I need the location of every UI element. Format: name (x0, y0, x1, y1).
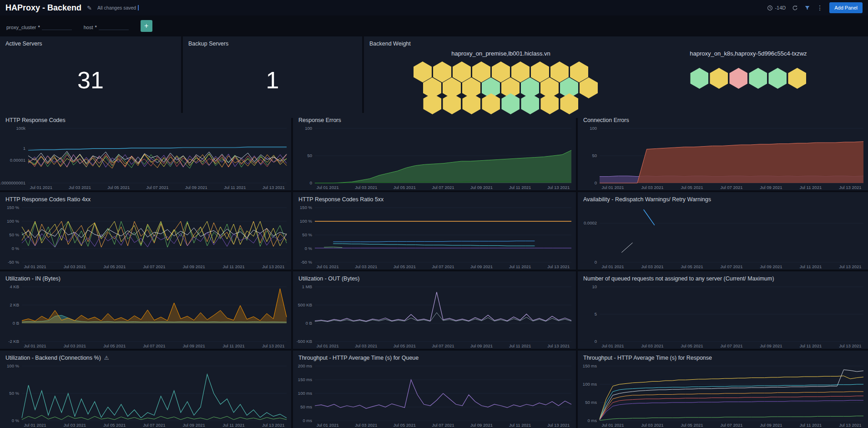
svg-text:Jul 03 2021: Jul 03 2021 (641, 185, 663, 190)
svg-text:Jul 13 2021: Jul 13 2021 (262, 343, 284, 348)
chart-ratio-5xx[interactable]: -50 %0 %50 %100 %150 %Jul 01 2021Jul 03 … (293, 204, 576, 270)
svg-text:Jul 05 2021: Jul 05 2021 (394, 343, 416, 348)
svg-text:Jul 05 2021: Jul 05 2021 (103, 343, 126, 348)
svg-text:Jul 01 2021: Jul 01 2021 (317, 264, 339, 269)
svg-text:Jul 09 2021: Jul 09 2021 (183, 264, 205, 269)
add-filter-button[interactable]: + (141, 20, 152, 32)
svg-text:Jul 13 2021: Jul 13 2021 (262, 423, 284, 428)
svg-text:Jul 09 2021: Jul 09 2021 (470, 423, 493, 428)
svg-text:Jul 05 2021: Jul 05 2021 (681, 343, 703, 348)
svg-text:Jul 01 2021: Jul 01 2021 (601, 185, 624, 190)
chart-http-response-codes[interactable]: 100k10.000010.0000000001Jul 01 2021Jul 0… (0, 125, 291, 190)
weight-hexagon[interactable] (690, 68, 708, 89)
honeycomb-on-premise (413, 61, 589, 114)
svg-text:Jul 11 2021: Jul 11 2021 (222, 423, 244, 428)
svg-text:-50 %: -50 % (301, 260, 312, 265)
funnel-icon (804, 5, 810, 11)
svg-text:Jul 13 2021: Jul 13 2021 (547, 423, 570, 428)
refresh-button[interactable] (792, 5, 798, 11)
svg-text:Jul 05 2021: Jul 05 2021 (681, 423, 703, 428)
svg-text:200 ms: 200 ms (298, 363, 312, 368)
svg-text:50 %: 50 % (9, 391, 19, 396)
svg-text:Jul 11 2021: Jul 11 2021 (800, 264, 822, 269)
chart-queue-time[interactable]: 0 ms50 ms100 ms150 ms200 msJul 01 2021Ju… (293, 362, 576, 428)
svg-text:150 %: 150 % (300, 205, 312, 210)
svg-text:Jul 09 2021: Jul 09 2021 (183, 343, 205, 348)
weight-hexagon[interactable] (580, 77, 598, 98)
add-panel-button[interactable]: Add Panel (829, 2, 863, 13)
panel-response-time: Throughput - HTTP Average Time (s) for R… (578, 351, 868, 428)
svg-text:0: 0 (595, 180, 597, 185)
svg-text:100 %: 100 % (7, 363, 19, 368)
svg-text:Jul 05 2021: Jul 05 2021 (394, 264, 416, 269)
svg-text:Jul 01 2021: Jul 01 2021 (601, 343, 624, 348)
weight-hexagon[interactable] (749, 68, 767, 89)
chart-utilization-backend[interactable]: 0 %50 %100 %Jul 01 2021Jul 03 2021Jul 05… (0, 362, 291, 428)
svg-text:Jul 09 2021: Jul 09 2021 (470, 343, 493, 348)
save-status: All changes saved (97, 5, 139, 10)
svg-text:0.0000000001: 0.0000000001 (0, 180, 25, 185)
panel-title: Throughput - HTTP Average Time (s) for Q… (293, 351, 576, 362)
svg-text:0: 0 (310, 180, 312, 185)
svg-text:Jul 03 2021: Jul 03 2021 (355, 343, 377, 348)
chart-response-errors[interactable]: 050100Jul 01 2021Jul 03 2021Jul 05 2021J… (293, 125, 576, 190)
svg-text:Jul 09 2021: Jul 09 2021 (760, 264, 782, 269)
svg-text:150 ms: 150 ms (298, 377, 312, 382)
weight-group-label: haproxy_on_k8s,haproxy-5d996c55c4-txzwz (690, 50, 807, 57)
svg-text:Jul 01 2021: Jul 01 2021 (317, 423, 339, 428)
svg-text:Jul 07 2021: Jul 07 2021 (720, 343, 742, 348)
weight-hexagon[interactable] (788, 68, 806, 89)
filter-button[interactable] (804, 5, 810, 11)
svg-text:Jul 03 2021: Jul 03 2021 (64, 343, 86, 348)
weight-hexagon[interactable] (768, 68, 787, 89)
svg-text:-50 %: -50 % (8, 260, 19, 265)
panel-title: HTTP Response Codes Ratio 5xx (293, 192, 576, 204)
panel-title: HTTP Response Codes (0, 113, 291, 125)
svg-text:Jul 13 2021: Jul 13 2021 (839, 185, 861, 190)
svg-text:0 B: 0 B (306, 321, 312, 326)
svg-text:Jul 05 2021: Jul 05 2021 (107, 185, 130, 190)
svg-text:4 KB: 4 KB (10, 284, 19, 289)
kebab-menu[interactable]: ⋮ (817, 4, 823, 11)
svg-text:Jul 05 2021: Jul 05 2021 (394, 185, 416, 190)
svg-text:Jul 11 2021: Jul 11 2021 (222, 343, 244, 348)
svg-text:Jul 03 2021: Jul 03 2021 (355, 423, 377, 428)
svg-text:Jul 11 2021: Jul 11 2021 (222, 264, 244, 269)
panel-ratio-5xx: HTTP Response Codes Ratio 5xx -50 %0 %50… (293, 192, 576, 270)
svg-text:Jul 03 2021: Jul 03 2021 (355, 185, 377, 190)
top-bar: HAProxy - Backend ✎ All changes saved -1… (0, 0, 868, 15)
required-asterisk: * (38, 25, 40, 30)
dashboard-grid: Active Servers 31 Backup Servers 1 Backe… (0, 36, 868, 428)
time-range-value: -14D (775, 5, 786, 10)
panel-title-text: Utilization - Backend (Connections %) (5, 355, 101, 361)
svg-text:100 ms: 100 ms (298, 391, 312, 396)
proxy-cluster-input[interactable] (42, 22, 72, 30)
chart-queued-requests[interactable]: 0510Jul 01 2021Jul 03 2021Jul 05 2021Jul… (578, 283, 868, 349)
svg-text:Jul 13 2021: Jul 13 2021 (839, 264, 861, 269)
filter-host: host * (84, 22, 129, 30)
svg-text:-2 KB: -2 KB (8, 339, 19, 344)
chart-availability[interactable]: 00.0002Jul 01 2021Jul 03 2021Jul 05 2021… (578, 204, 868, 270)
svg-text:0 B: 0 B (13, 321, 19, 326)
svg-text:Jul 07 2021: Jul 07 2021 (143, 343, 165, 348)
chart-response-time[interactable]: 0 ms50 ms100 ms150 msJul 01 2021Jul 03 2… (578, 362, 868, 428)
chart-utilization-out[interactable]: -500 KB0 B500 KB1 MBJul 01 2021Jul 03 20… (293, 283, 576, 349)
host-input[interactable] (99, 22, 129, 30)
edit-title-icon[interactable]: ✎ (87, 5, 92, 11)
svg-text:Jul 09 2021: Jul 09 2021 (760, 343, 782, 348)
svg-text:Jul 09 2021: Jul 09 2021 (760, 423, 782, 428)
weight-hexagon[interactable] (729, 68, 747, 89)
chart-ratio-4xx[interactable]: -50 %0 %50 %100 %150 %Jul 01 2021Jul 03 … (0, 204, 291, 270)
panel-title: Utilization - Backend (Connections %) ⚠ (0, 351, 291, 362)
svg-text:Jul 01 2021: Jul 01 2021 (24, 264, 46, 269)
time-range-control[interactable]: -14D (767, 5, 786, 11)
filter-proxy-cluster: proxy_cluster * (6, 22, 72, 30)
svg-text:0 %: 0 % (12, 418, 20, 423)
chart-utilization-in[interactable]: -2 KB0 B2 KB4 KBJul 01 2021Jul 03 2021Ju… (0, 283, 291, 349)
svg-text:150 ms: 150 ms (583, 363, 597, 368)
panel-active-servers: Active Servers 31 (0, 36, 181, 118)
panel-title: Number of queued requests not assigned t… (578, 271, 868, 283)
svg-text:Jul 03 2021: Jul 03 2021 (64, 264, 86, 269)
chart-connection-errors[interactable]: 050100Jul 01 2021Jul 03 2021Jul 05 2021J… (578, 125, 868, 190)
weight-hexagon[interactable] (710, 68, 728, 89)
